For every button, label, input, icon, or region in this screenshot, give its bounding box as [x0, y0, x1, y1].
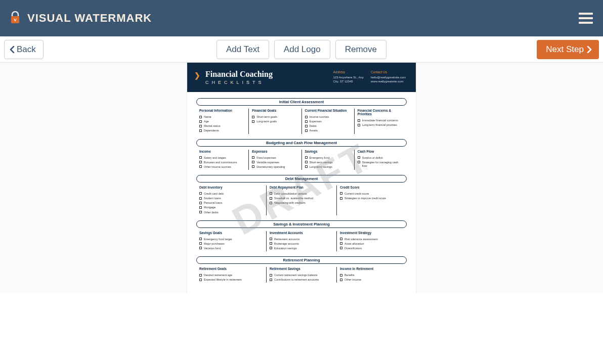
- checkbox-icon: [199, 197, 202, 200]
- checklist-item: Immediate financial concerns: [358, 119, 404, 122]
- address-line1: 123 Anywhere St., Any: [333, 75, 364, 79]
- section-column: Debt Repayment PlanDebt consolidation op…: [267, 186, 337, 215]
- contact-line2: www.reallygreatsite.com: [371, 79, 406, 83]
- hamburger-menu-icon[interactable]: [577, 11, 595, 26]
- checkbox-icon: [305, 125, 308, 127]
- checkbox-icon: [270, 238, 272, 240]
- section-title: Savings & Investment Planning: [196, 220, 407, 228]
- back-label: Back: [17, 44, 36, 55]
- checklist-label: Mortgage: [204, 206, 216, 209]
- add-logo-button[interactable]: Add Logo: [274, 40, 330, 59]
- next-step-button[interactable]: Next Step: [537, 40, 599, 59]
- address-label: Address: [333, 70, 364, 74]
- top-bar: V VISUAL WATERMARK: [0, 0, 603, 36]
- doc-subtitle: CHECKLISTS: [205, 80, 328, 85]
- checklist-item: Dependents: [199, 129, 245, 132]
- section-title: Budgeting and Cash Flow Management: [196, 139, 407, 147]
- checkbox-icon: [199, 192, 202, 195]
- checklist-label: Bonuses and commissions: [204, 161, 237, 164]
- section-column: Cash FlowSurplus or deficitStrategies fo…: [355, 150, 407, 170]
- checklist-item: Long-term financial priorities: [358, 123, 404, 127]
- checklist-label: Income sources: [310, 115, 329, 119]
- column-head: Retirement Goals: [199, 267, 263, 270]
- checkbox-icon: [340, 279, 342, 281]
- section-columns: Personal InformationNameAgeMarital statu…: [196, 109, 407, 134]
- checklist-label: Assets: [310, 129, 318, 132]
- checklist-label: Strategies for managing cash flow: [362, 161, 404, 168]
- checklist-item: Diversification: [340, 247, 404, 250]
- checkbox-icon: [358, 124, 360, 126]
- doc-section: Savings & Investment PlanningSavings Goa…: [196, 220, 407, 251]
- doc-section: Debt ManagementDebt InventoryCredit card…: [196, 175, 407, 215]
- back-button[interactable]: Back: [4, 40, 44, 59]
- document-preview[interactable]: ❯ Financial Coaching CHECKLISTS Address …: [187, 63, 416, 294]
- checkbox-icon: [199, 274, 202, 277]
- checklist-item: Surplus or deficit: [358, 156, 404, 160]
- checklist-label: Immediate financial concerns: [362, 119, 398, 122]
- checklist-label: Negotiating with creditors: [274, 201, 306, 205]
- checklist-label: Student loans: [204, 197, 221, 200]
- checklist-label: Expected lifestyle in retirement: [204, 278, 242, 282]
- contact-columns: Address 123 Anywhere St., Any City, ST 1…: [333, 70, 406, 84]
- checklist-item: Snowball vs. avalanche method: [270, 197, 333, 200]
- checklist-item: Emergency fund target: [199, 238, 263, 241]
- checklist-item: Asset allocation: [340, 242, 404, 246]
- checklist-item: Other debts: [199, 211, 263, 214]
- checkbox-icon: [199, 279, 202, 281]
- checklist-label: Current credit score: [344, 192, 369, 196]
- column-head: Current Financial Situation: [305, 109, 351, 112]
- checkbox-icon: [199, 206, 202, 209]
- checkbox-icon: [270, 242, 272, 245]
- checklist-label: Short-term savings: [310, 161, 333, 164]
- checklist-item: Vacation fund: [199, 247, 263, 250]
- column-head: Income: [199, 150, 245, 153]
- chevron-left-icon: [10, 46, 15, 53]
- checkbox-icon: [270, 202, 272, 204]
- section-column: Personal InformationNameAgeMarital statu…: [196, 109, 249, 134]
- checkbox-icon: [199, 156, 202, 159]
- checkbox-icon: [340, 197, 342, 200]
- checklist-label: Short-term goals: [256, 115, 277, 119]
- checklist-label: Long-term financial priorities: [362, 123, 397, 127]
- column-head: Expenses: [252, 150, 298, 153]
- checkbox-icon: [358, 119, 360, 122]
- section-columns: Retirement GoalsDesired retirement ageEx…: [196, 267, 407, 283]
- doc-section: Initial Client AssessmentPersonal Inform…: [196, 98, 407, 134]
- checklist-label: Strategies to improve credit score: [344, 197, 386, 200]
- section-columns: Debt InventoryCredit card debtStudent lo…: [196, 186, 407, 215]
- column-head: Credit Score: [340, 186, 404, 189]
- section-title: Debt Management: [196, 175, 407, 183]
- checklist-label: Contributions to retirement accounts: [274, 278, 319, 282]
- section-column: IncomeSalary and wagesBonuses and commis…: [196, 150, 249, 170]
- checklist-item: Age: [199, 120, 245, 123]
- checklist-label: Long-term goals: [256, 120, 277, 123]
- column-head: Savings: [305, 150, 351, 153]
- checkbox-icon: [270, 274, 272, 277]
- checkbox-icon: [199, 125, 202, 127]
- doc-section: Budgeting and Cash Flow ManagementIncome…: [196, 139, 407, 170]
- column-head: Debt Repayment Plan: [270, 186, 333, 189]
- checklist-label: Debts: [310, 124, 317, 128]
- add-text-button[interactable]: Add Text: [217, 40, 269, 59]
- checklist-label: Surplus or deficit: [362, 156, 383, 160]
- checklist-item: Strategies for managing cash flow: [358, 161, 404, 168]
- checkbox-icon: [199, 129, 202, 132]
- remove-button[interactable]: Remove: [335, 40, 386, 59]
- checkbox-icon: [199, 161, 202, 163]
- checklist-item: Emergency fund: [305, 156, 351, 160]
- contact-label: Contact Us: [371, 70, 406, 74]
- section-column: ExpensesFixed expensesVariable expensesD…: [249, 150, 302, 170]
- document-canvas[interactable]: ❯ Financial Coaching CHECKLISTS Address …: [0, 63, 603, 294]
- checklist-item: Short-term goals: [252, 115, 298, 119]
- checklist-item: Strategies to improve credit score: [340, 197, 404, 200]
- checklist-item: Mortgage: [199, 206, 263, 209]
- column-head: Investment Accounts: [270, 231, 333, 235]
- checklist-item: Personal loans: [199, 201, 263, 205]
- checkbox-icon: [340, 192, 342, 195]
- checklist-label: Education savings: [274, 247, 297, 250]
- chevron-right-icon: ❯: [194, 71, 200, 79]
- next-label: Next Step: [546, 44, 584, 55]
- checklist-label: Major purchases: [204, 242, 225, 246]
- toolbar: Back Add Text Add Logo Remove Next Step: [0, 36, 603, 63]
- checkbox-icon: [340, 247, 342, 249]
